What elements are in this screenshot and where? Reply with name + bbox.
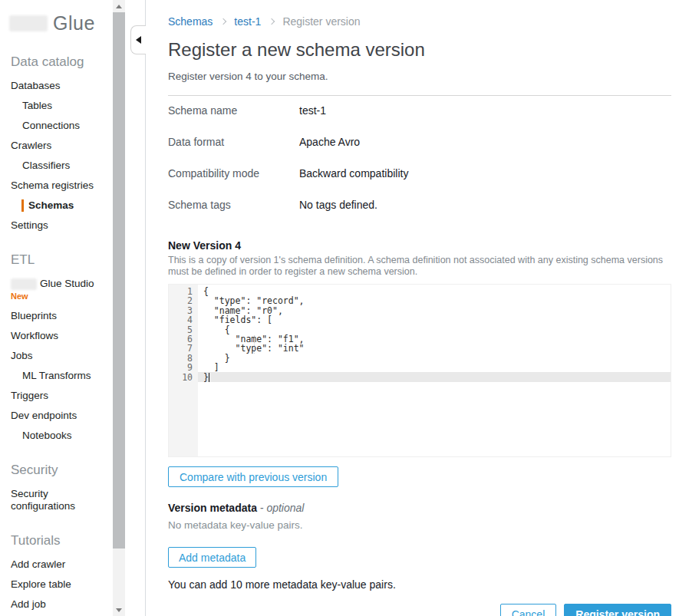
code-line: "fields": [ <box>198 315 671 324</box>
line-number: 5 <box>169 325 198 334</box>
main-content: Schemas test-1 Register version Register… <box>146 0 679 616</box>
page-title: Register a new schema version <box>168 39 671 61</box>
form-footer: Cancel Register version <box>168 604 671 616</box>
code-line: ] <box>198 363 671 372</box>
metadata-hint: You can add 10 more metadata key-value p… <box>168 578 671 591</box>
scroll-down-button[interactable] <box>113 604 125 616</box>
detail-label: Compatibility mode <box>168 167 299 182</box>
detail-row-schema-name: Schema name test-1 <box>168 104 671 119</box>
sidebar: Glue Data catalog Databases Tables Conne… <box>0 0 146 616</box>
sidebar-item-add-crawler[interactable]: Add crawler <box>11 558 107 571</box>
version-metadata-heading: Version metadata - optional <box>168 502 671 514</box>
line-number: 10 <box>169 373 198 382</box>
breadcrumb-separator-icon <box>220 18 226 25</box>
section-header-etl: ETL <box>11 252 113 268</box>
sidebar-item-crawlers[interactable]: Crawlers <box>11 140 107 152</box>
line-number: 1 <box>169 287 198 296</box>
section-header-security: Security <box>11 463 113 478</box>
schema-details: Schema name test-1 Data format Apache Av… <box>168 104 671 213</box>
detail-value: test-1 <box>299 104 326 119</box>
page-subtitle: Register version 4 to your schema. <box>168 71 671 82</box>
sidebar-item-connections[interactable]: Connections <box>22 120 108 132</box>
add-metadata-button[interactable]: Add metadata <box>168 547 256 568</box>
app-logo: Glue <box>9 12 113 34</box>
scroll-up-button[interactable] <box>113 0 125 12</box>
detail-row-data-format: Data format Apache Avro <box>168 136 671 150</box>
schema-definition-editor[interactable]: 1 2 3 4 5 6 7 8 9 10 { "type": "record",… <box>168 284 671 457</box>
compare-with-previous-version-button[interactable]: Compare with previous version <box>168 466 338 487</box>
detail-label: Schema name <box>168 104 299 119</box>
detail-row-schema-tags: Schema tags No tags defined. <box>168 199 671 213</box>
sidebar-item-schemas[interactable]: Schemas <box>21 199 113 212</box>
breadcrumb-test1-link[interactable]: test-1 <box>234 15 261 28</box>
chevron-left-icon <box>136 36 141 44</box>
code-line: } <box>198 354 671 363</box>
new-version-heading: New Version 4 <box>168 239 671 252</box>
optional-label: - optional <box>260 502 305 514</box>
sidebar-item-notebooks[interactable]: Notebooks <box>22 430 108 442</box>
sidebar-item-tables[interactable]: Tables <box>22 100 108 112</box>
divider <box>168 95 671 96</box>
breadcrumb-schemas-link[interactable]: Schemas <box>168 15 213 28</box>
editor-code[interactable]: { "type": "record", "name": "r0", "field… <box>198 285 671 382</box>
new-version-description: This is a copy of version 1's schema def… <box>168 255 671 278</box>
sidebar-item-schema-registries[interactable]: Schema registries <box>11 180 107 192</box>
sidebar-nav: Glue Data catalog Databases Tables Conne… <box>0 0 113 616</box>
sidebar-item-security-configurations[interactable]: Security configurations <box>11 488 95 512</box>
section-header-data-catalog: Data catalog <box>11 54 113 70</box>
line-number: 2 <box>169 296 198 305</box>
new-badge: New <box>11 292 113 301</box>
line-number: 7 <box>169 344 198 353</box>
sidebar-item-blueprints[interactable]: Blueprints <box>11 310 107 322</box>
brand-name: Glue <box>53 12 95 35</box>
code-line: "type": "int" <box>198 344 671 353</box>
detail-value: No tags defined. <box>299 199 377 213</box>
detail-value: Apache Avro <box>299 136 360 150</box>
line-number: 6 <box>169 334 198 344</box>
breadcrumb-current-page: Register version <box>282 15 360 28</box>
breadcrumb-separator-icon <box>269 18 275 25</box>
sidebar-item-explore-table[interactable]: Explore table <box>11 578 107 591</box>
text-cursor <box>209 373 209 382</box>
detail-value: Backward compatibility <box>299 167 408 182</box>
section-header-tutorials: Tutorials <box>11 533 113 548</box>
glue-studio-label: Glue Studio <box>40 278 94 290</box>
cancel-button[interactable]: Cancel <box>500 604 557 616</box>
sidebar-item-settings[interactable]: Settings <box>11 219 107 232</box>
sidebar-item-workflows[interactable]: Workflows <box>11 330 107 342</box>
line-number: 8 <box>169 354 198 363</box>
redacted-aws-logo <box>9 15 48 31</box>
triangle-down-icon <box>116 608 122 612</box>
detail-label: Schema tags <box>168 199 299 213</box>
breadcrumb: Schemas test-1 Register version <box>168 15 671 28</box>
sidebar-item-add-job[interactable]: Add job <box>11 598 107 611</box>
line-number: 9 <box>169 363 198 372</box>
redacted-aws-logo-small <box>11 278 37 290</box>
editor-line-numbers: 1 2 3 4 5 6 7 8 9 10 <box>169 285 198 456</box>
sidebar-item-databases[interactable]: Databases <box>11 80 107 92</box>
line-number: 3 <box>169 306 198 315</box>
line-number: 4 <box>169 315 198 324</box>
sidebar-item-ml-transforms[interactable]: ML Transforms <box>22 370 108 382</box>
detail-row-compatibility-mode: Compatibility mode Backward compatibilit… <box>168 167 671 182</box>
sidebar-item-classifiers[interactable]: Classifiers <box>22 160 108 172</box>
sidebar-item-glue-studio[interactable]: Glue Studio <box>11 278 113 290</box>
scrollbar-thumb[interactable] <box>113 12 125 548</box>
sidebar-collapse-button[interactable] <box>130 25 146 54</box>
code-line: } <box>198 373 671 382</box>
version-metadata-label: Version metadata <box>168 502 257 514</box>
indent-guide <box>254 335 255 354</box>
code-line: "type": "record", <box>198 296 671 305</box>
sidebar-item-dev-endpoints[interactable]: Dev endpoints <box>11 410 107 422</box>
triangle-up-icon <box>116 5 122 8</box>
detail-label: Data format <box>168 136 299 150</box>
sidebar-item-jobs[interactable]: Jobs <box>11 350 107 362</box>
sidebar-scrollbar[interactable] <box>113 0 125 616</box>
register-version-button[interactable]: Register version <box>564 604 671 616</box>
sidebar-item-triggers[interactable]: Triggers <box>11 390 107 402</box>
metadata-empty-text: No metadata key-value pairs. <box>168 519 671 531</box>
